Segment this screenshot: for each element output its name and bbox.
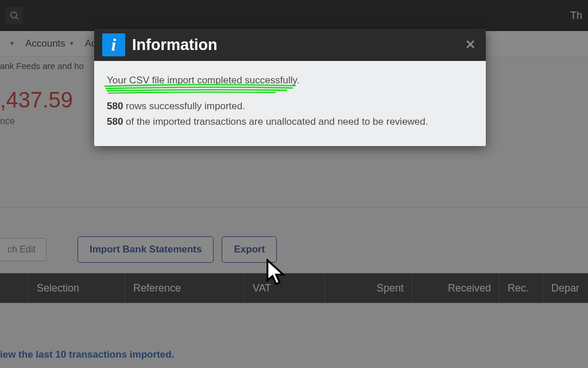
modal-line-2: 580 rows successfully imported. [107, 98, 473, 114]
modal-body: Your CSV file import completed successfu… [94, 61, 486, 146]
modal-line-3: 580 of the imported transactions are una… [107, 114, 473, 129]
close-icon[interactable]: ✕ [465, 37, 475, 52]
information-modal: i Information ✕ Your CSV file import com… [94, 29, 486, 146]
info-icon: i [102, 33, 125, 56]
modal-title: Information [132, 36, 218, 54]
modal-header: i Information ✕ [94, 29, 486, 61]
modal-success-text: Your CSV file import completed successfu… [107, 75, 299, 86]
